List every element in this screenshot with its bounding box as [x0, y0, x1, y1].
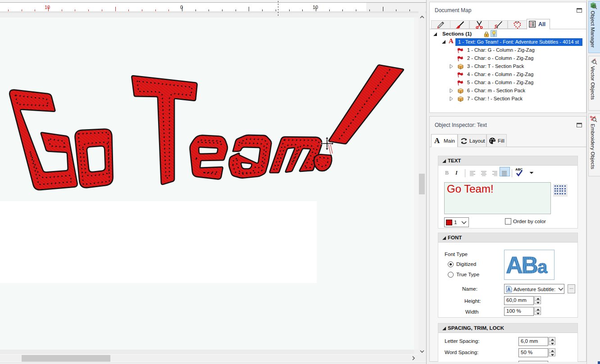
svg-text:AB: AB: [506, 252, 538, 278]
svg-text:a: a: [537, 257, 548, 277]
svg-text:A: A: [507, 287, 510, 292]
